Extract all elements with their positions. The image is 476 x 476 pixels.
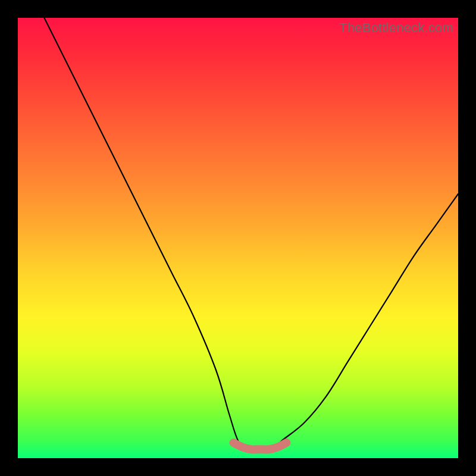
chart-svg	[18, 18, 458, 458]
valley-highlight-path	[234, 443, 287, 449]
bottleneck-curve-path	[44, 18, 458, 450]
plot-area: TheBottleneck.com	[18, 18, 458, 458]
chart-frame: TheBottleneck.com	[0, 0, 476, 476]
